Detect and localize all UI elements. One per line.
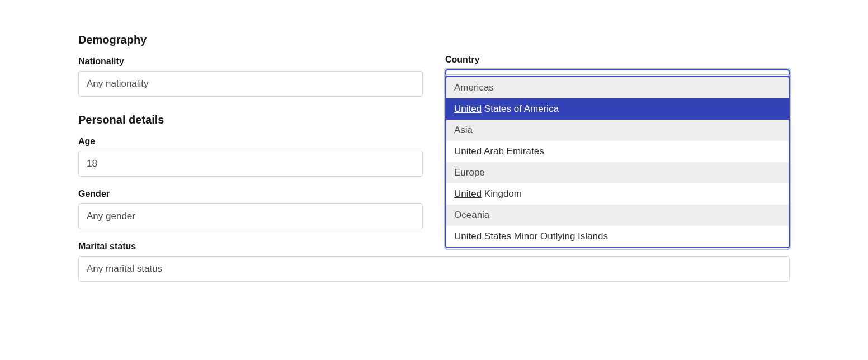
gender-label: Gender xyxy=(78,189,423,199)
nationality-field: Nationality xyxy=(78,56,423,97)
dropdown-option[interactable]: United States Minor Outlying Islands xyxy=(446,226,789,247)
dropdown-group-header: Americas xyxy=(446,77,789,98)
dropdown-option[interactable]: United States of America xyxy=(446,98,789,120)
dropdown-option-rest: States Minor Outlying Islands xyxy=(482,231,608,241)
dropdown-option[interactable]: United Arab Emirates xyxy=(446,141,789,162)
dropdown-group-header: Oceania xyxy=(446,205,789,226)
dropdown-group-header: Europe xyxy=(446,162,789,183)
nationality-label: Nationality xyxy=(78,56,423,67)
gender-input[interactable] xyxy=(78,203,423,229)
age-field: Age xyxy=(78,136,423,177)
demography-heading: Demography xyxy=(78,34,423,46)
form-grid: Demography Nationality Personal details … xyxy=(78,34,790,282)
country-dropdown[interactable]: AmericasUnited States of AmericaAsiaUnit… xyxy=(445,76,790,248)
dropdown-option-match: United xyxy=(454,231,482,241)
age-label: Age xyxy=(78,136,423,146)
personal-details-heading: Personal details xyxy=(78,113,423,126)
dropdown-option-rest: States of America xyxy=(482,103,559,114)
dropdown-option-match: United xyxy=(454,103,482,114)
dropdown-group-header: Asia xyxy=(446,120,789,141)
marital-status-input[interactable] xyxy=(78,256,790,282)
country-label: Country xyxy=(445,55,790,65)
dropdown-option[interactable]: United Kingdom xyxy=(446,183,789,205)
dropdown-option-rest: Arab Emirates xyxy=(482,146,544,157)
dropdown-option-rest: Kingdom xyxy=(482,188,522,199)
nationality-input[interactable] xyxy=(78,71,423,97)
dropdown-option-match: United xyxy=(454,146,482,157)
age-input[interactable] xyxy=(78,151,423,177)
dropdown-option-match: United xyxy=(454,188,482,199)
gender-field: Gender xyxy=(78,189,423,229)
